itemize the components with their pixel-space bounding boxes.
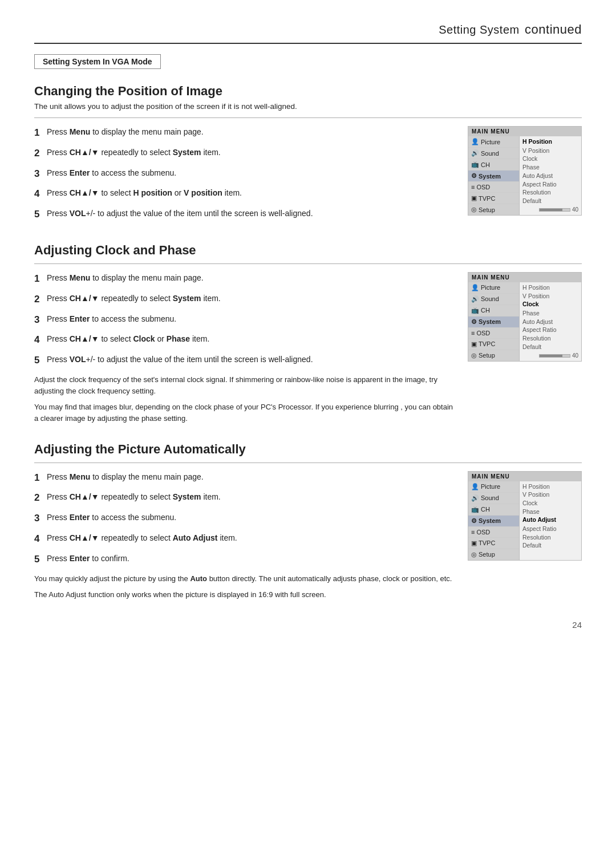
menu-item-system-2: ⚙System — [468, 317, 519, 328]
submenu-item-hpos-3: H Position — [522, 482, 578, 491]
steps-col-1: 1 Press Menu to display the menu main pa… — [34, 126, 462, 228]
steps-col-2: 1 Press Menu to display the menu main pa… — [34, 272, 462, 427]
submenu-item-clock-1: Clock — [522, 155, 578, 163]
menu-item-picture-2: 👤Picture — [468, 282, 519, 294]
submenu-item-resolution-3: Resolution — [522, 533, 578, 542]
menu-item-ch-2: 📺CH — [468, 305, 519, 317]
page-header: Setting System continued — [34, 17, 582, 44]
menu-item-system: ⚙System — [468, 171, 519, 182]
step-3-1: 1 Press Menu to display the menu main pa… — [34, 471, 456, 485]
section-2-content: 1 Press Menu to display the menu main pa… — [34, 272, 582, 427]
section-title-2: Adjusting Clock and Phase — [34, 243, 582, 258]
submenu-item-hpos-2: H Position — [522, 283, 578, 292]
submenu-item-phase-2: Phase — [522, 309, 578, 318]
step-1-1: 1 Press Menu to display the menu main pa… — [34, 126, 456, 140]
step-2-4: 4 Press CH▲/▼ to select Clock or Phase i… — [34, 333, 456, 347]
step-2-3: 3 Press Enter to access the submenu. — [34, 313, 456, 327]
section-3-content: 1 Press Menu to display the menu main pa… — [34, 471, 582, 603]
step-2-2: 2 Press CH▲/▼ repeatedly to select Syste… — [34, 293, 456, 306]
step-3-3: 3 Press Enter to access the submenu. — [34, 512, 456, 525]
step-2-5: 5 Press VOL+/- to adjust the value of th… — [34, 354, 456, 367]
menu-item-sound-2: 🔊Sound — [468, 294, 519, 305]
menu-item-tvpc-3: ▣TVPC — [468, 538, 519, 549]
menu-item-setup-3: ◎Setup — [468, 549, 519, 560]
submenu-item-aspect-3: Aspect Ratio — [522, 525, 578, 533]
slider-val-2: 40 — [522, 352, 578, 359]
step-1-2: 2 Press CH▲/▼ repeatedly to select Syste… — [34, 147, 456, 160]
steps-col-3: 1 Press Menu to display the menu main pa… — [34, 471, 462, 603]
submenu-item-phase-3: Phase — [522, 508, 578, 516]
step-2-1: 1 Press Menu to display the menu main pa… — [34, 272, 456, 286]
submenu-item-autoadj-2: Auto Adjust — [522, 318, 578, 326]
menu-item-ch: 📺CH — [468, 159, 519, 171]
note-3-2: The Auto Adjust function only works when… — [34, 589, 456, 601]
step-3-4: 4 Press CH▲/▼ repeatedly to select Auto … — [34, 532, 456, 546]
section-desc-1: The unit allows you to adjust the positi… — [34, 102, 582, 111]
step-3-5: 5 Press Enter to confirm. — [34, 553, 456, 566]
section-title-1: Changing the Position of Image — [34, 84, 582, 99]
menu-item-ch-3: 📺CH — [468, 504, 519, 516]
submenu-item-aspect-1: Aspect Ratio — [522, 180, 578, 189]
submenu-item-clock-3: Clock — [522, 499, 578, 508]
submenu-item-vpos-2: V Position — [522, 292, 578, 301]
submenu-3: H Position V Position Clock Phase Auto A… — [520, 481, 581, 560]
vga-mode-label: Setting System In VGA Mode — [34, 54, 161, 69]
menu-item-setup: ◎Setup — [468, 204, 519, 215]
submenu-item-vpos-3: V Position — [522, 490, 578, 499]
menu-diagram-2: MAIN MENU 👤Picture 🔊Sound 📺CH ⚙System ≡O… — [462, 272, 582, 362]
page-number: 24 — [34, 620, 582, 630]
menu-item-sound-3: 🔊Sound — [468, 493, 519, 504]
step-1-3: 3 Press Enter to access the submenu. — [34, 167, 456, 181]
submenu-item-resolution-2: Resolution — [522, 334, 578, 343]
submenu-item-hpos-1: H Position — [522, 137, 578, 147]
menu-item-osd-2: ≡OSD — [468, 328, 519, 339]
menu-item-sound-1: 🔊Sound — [468, 148, 519, 159]
note-2-2: You may find that images blur, depending… — [34, 401, 456, 424]
submenu-item-aspect-2: Aspect Ratio — [522, 326, 578, 334]
submenu-item-clock-2: Clock — [522, 300, 578, 309]
slider-val-1: 40 — [522, 206, 578, 213]
section-clock-phase: Adjusting Clock and Phase 1 Press Menu t… — [34, 243, 582, 427]
menu-diagram-1: MAIN MENU 👤Picture 🔊Sound 📺CH ⚙System ≡O… — [462, 126, 582, 216]
menu-item-osd-3: ≡OSD — [468, 527, 519, 538]
menu-item-tvpc: ▣TVPC — [468, 193, 519, 204]
submenu-item-resolution-1: Resolution — [522, 188, 578, 197]
section-1-content: 1 Press Menu to display the menu main pa… — [34, 126, 582, 228]
submenu-item-default-1: Default — [522, 197, 578, 205]
note-2-1: Adjust the clock frequency of the set's … — [34, 374, 456, 397]
menu-item-setup-2: ◎Setup — [468, 350, 519, 361]
menu-item-tvpc-2: ▣TVPC — [468, 339, 519, 350]
section-auto-adjust: Adjusting the Picture Automatically 1 Pr… — [34, 442, 582, 603]
submenu-item-default-2: Default — [522, 343, 578, 351]
submenu-1: H Position V Position Clock Phase Auto A… — [520, 136, 581, 215]
menu-item-system-3: ⚙System — [468, 516, 519, 527]
step-1-5: 5 Press VOL+/- to adjust the value of th… — [34, 208, 456, 221]
page-title: Setting System continued — [34, 17, 582, 38]
menu-item-picture-3: 👤Picture — [468, 481, 519, 493]
submenu-item-phase-1: Phase — [522, 163, 578, 172]
submenu-item-vpos-1: V Position — [522, 147, 578, 155]
submenu-item-default-3: Default — [522, 541, 578, 550]
menu-item-osd: ≡OSD — [468, 182, 519, 193]
step-1-4: 4 Press CH▲/▼ to select H position or V … — [34, 187, 456, 201]
menu-item-picture: 👤Picture — [468, 136, 519, 148]
note-3-1: You may quickly adjust the picture by us… — [34, 573, 456, 585]
submenu-item-autoadj-3: Auto Adjust — [522, 516, 578, 525]
section-changing-position: Changing the Position of Image The unit … — [34, 84, 582, 228]
submenu-item-autoadj-1: Auto Adjust — [522, 172, 578, 180]
step-3-2: 2 Press CH▲/▼ repeatedly to select Syste… — [34, 491, 456, 505]
section-title-3: Adjusting the Picture Automatically — [34, 442, 582, 457]
submenu-2: H Position V Position Clock Phase Auto A… — [520, 282, 581, 361]
menu-diagram-3: MAIN MENU 👤Picture 🔊Sound 📺CH ⚙System ≡O… — [462, 471, 582, 561]
